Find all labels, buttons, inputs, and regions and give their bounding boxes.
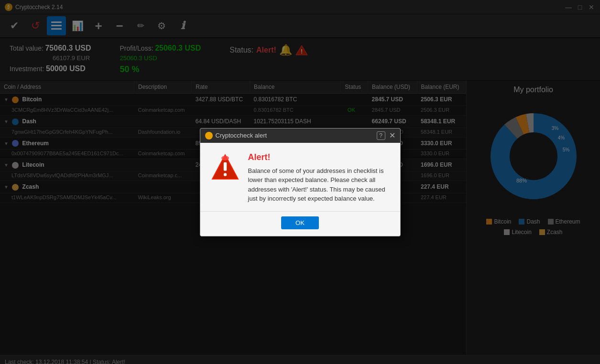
modal-alert-title: Alert! — [248, 152, 391, 162]
svg-rect-16 — [223, 162, 226, 171]
alert-modal: Cryptoccheck alert ? ✕ Alert! Balance of… — [200, 128, 401, 236]
modal-close-button[interactable]: ✕ — [389, 132, 395, 139]
modal-overlay: Cryptoccheck alert ? ✕ Alert! Balance of… — [0, 0, 600, 364]
modal-controls: ? ✕ — [377, 131, 395, 140]
modal-alert-icon — [210, 152, 240, 183]
modal-help-button[interactable]: ? — [377, 131, 385, 140]
modal-footer: OK — [200, 211, 400, 236]
modal-title: Cryptoccheck alert — [216, 132, 267, 139]
modal-titlebar-left: Cryptoccheck alert — [205, 132, 267, 139]
modal-ok-button[interactable]: OK — [281, 216, 319, 229]
modal-message: Balance of some of your addresses in che… — [248, 166, 391, 203]
modal-body: Alert! Balance of some of your addresses… — [200, 143, 400, 211]
modal-app-icon — [205, 132, 213, 139]
svg-point-17 — [221, 156, 229, 161]
modal-text-area: Alert! Balance of some of your addresses… — [248, 152, 391, 203]
svg-point-15 — [223, 173, 226, 176]
modal-titlebar: Cryptoccheck alert ? ✕ — [200, 128, 400, 143]
